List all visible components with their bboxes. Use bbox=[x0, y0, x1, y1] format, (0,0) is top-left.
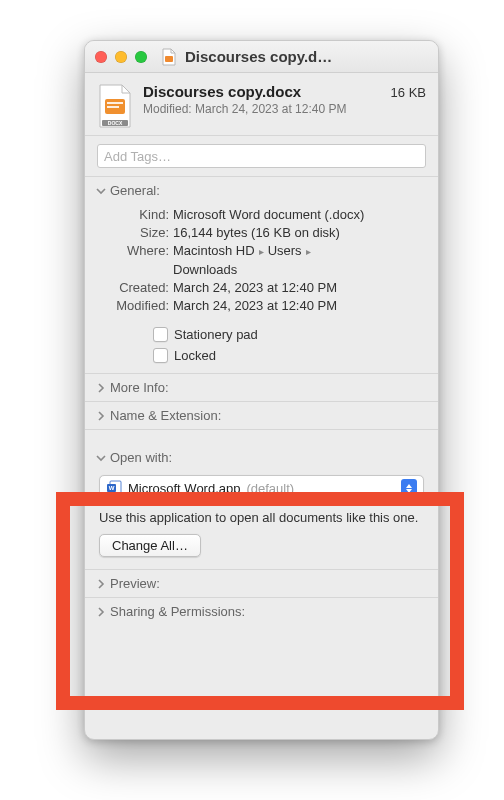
docx-file-icon: DOCX bbox=[97, 83, 133, 129]
kind-value: Microsoft Word document (.docx) bbox=[173, 206, 426, 224]
section-more-info-header[interactable]: More Info: bbox=[85, 374, 438, 401]
popup-stepper-icon bbox=[401, 479, 417, 497]
svg-text:W: W bbox=[109, 485, 115, 491]
window-title: Discourses copy.d… bbox=[185, 48, 428, 65]
stationery-pad-checkbox-row[interactable]: Stationery pad bbox=[153, 327, 426, 342]
file-modified: Modified: March 24, 2023 at 12:40 PM bbox=[143, 102, 426, 116]
stationery-label: Stationery pad bbox=[174, 327, 258, 342]
open-with-app-select[interactable]: W Microsoft Word.app (default) bbox=[99, 475, 424, 501]
chevron-right-icon bbox=[95, 410, 106, 421]
section-open-with: Open with: W Microsoft Word.app (default… bbox=[85, 430, 438, 570]
section-label: Open with: bbox=[110, 450, 172, 465]
created-value: March 24, 2023 at 12:40 PM bbox=[173, 279, 426, 297]
docx-file-icon bbox=[161, 48, 177, 66]
created-label: Created: bbox=[97, 279, 173, 297]
where-value: Macintosh HD▸Users▸Downloads bbox=[173, 242, 426, 279]
section-preview-header[interactable]: Preview: bbox=[85, 570, 438, 597]
section-preview: Preview: bbox=[85, 570, 438, 598]
general-body: Kind:Microsoft Word document (.docx) Siz… bbox=[85, 204, 438, 373]
section-open-with-header[interactable]: Open with: bbox=[85, 430, 438, 471]
change-all-button[interactable]: Change All… bbox=[99, 534, 201, 557]
word-app-icon: W bbox=[106, 480, 122, 496]
section-general: General: Kind:Microsoft Word document (.… bbox=[85, 177, 438, 374]
file-meta: Discourses copy.docx 16 KB Modified: Mar… bbox=[143, 83, 426, 116]
section-label: Sharing & Permissions: bbox=[110, 604, 245, 619]
traffic-lights bbox=[95, 51, 147, 63]
section-label: Preview: bbox=[110, 576, 160, 591]
section-label: Name & Extension: bbox=[110, 408, 221, 423]
file-summary: DOCX Discourses copy.docx 16 KB Modified… bbox=[85, 73, 438, 136]
chevron-right-icon bbox=[95, 578, 106, 589]
chevron-right-icon bbox=[95, 606, 106, 617]
section-more-info: More Info: bbox=[85, 374, 438, 402]
svg-rect-2 bbox=[107, 102, 123, 104]
checkbox-icon bbox=[153, 327, 168, 342]
size-value: 16,144 bytes (16 KB on disk) bbox=[173, 224, 426, 242]
section-name-extension: Name & Extension: bbox=[85, 402, 438, 430]
modified-value: March 24, 2023 at 12:40 PM bbox=[173, 297, 426, 315]
file-size: 16 KB bbox=[391, 85, 426, 100]
app-name: Microsoft Word.app bbox=[128, 481, 240, 496]
zoom-window-button[interactable] bbox=[135, 51, 147, 63]
svg-rect-3 bbox=[107, 106, 119, 108]
chevron-down-icon bbox=[95, 452, 106, 463]
modified-label: Modified: bbox=[97, 297, 173, 315]
locked-label: Locked bbox=[174, 348, 216, 363]
section-sharing-header[interactable]: Sharing & Permissions: bbox=[85, 598, 438, 625]
tags-section bbox=[85, 136, 438, 177]
section-general-header[interactable]: General: bbox=[85, 177, 438, 204]
open-with-help-text: Use this application to open all documen… bbox=[99, 509, 424, 526]
svg-text:DOCX: DOCX bbox=[108, 120, 123, 126]
svg-rect-0 bbox=[165, 56, 173, 62]
section-name-extension-header[interactable]: Name & Extension: bbox=[85, 402, 438, 429]
close-window-button[interactable] bbox=[95, 51, 107, 63]
section-label: More Info: bbox=[110, 380, 169, 395]
locked-checkbox-row[interactable]: Locked bbox=[153, 348, 426, 363]
app-default-suffix: (default) bbox=[246, 481, 294, 496]
info-window: Discourses copy.d… DOCX Discourses copy.… bbox=[84, 40, 439, 740]
checkbox-icon bbox=[153, 348, 168, 363]
section-label: General: bbox=[110, 183, 160, 198]
tags-input[interactable] bbox=[97, 144, 426, 168]
chevron-right-icon: ▸ bbox=[302, 246, 315, 257]
size-label: Size: bbox=[97, 224, 173, 242]
kind-label: Kind: bbox=[97, 206, 173, 224]
where-label: Where: bbox=[97, 242, 173, 260]
minimize-window-button[interactable] bbox=[115, 51, 127, 63]
chevron-down-icon bbox=[95, 185, 106, 196]
chevron-right-icon: ▸ bbox=[255, 246, 268, 257]
section-sharing: Sharing & Permissions: bbox=[85, 598, 438, 625]
file-name: Discourses copy.docx bbox=[143, 83, 379, 100]
open-with-body: W Microsoft Word.app (default) Use this … bbox=[85, 471, 438, 569]
chevron-right-icon bbox=[95, 382, 106, 393]
titlebar: Discourses copy.d… bbox=[85, 41, 438, 73]
